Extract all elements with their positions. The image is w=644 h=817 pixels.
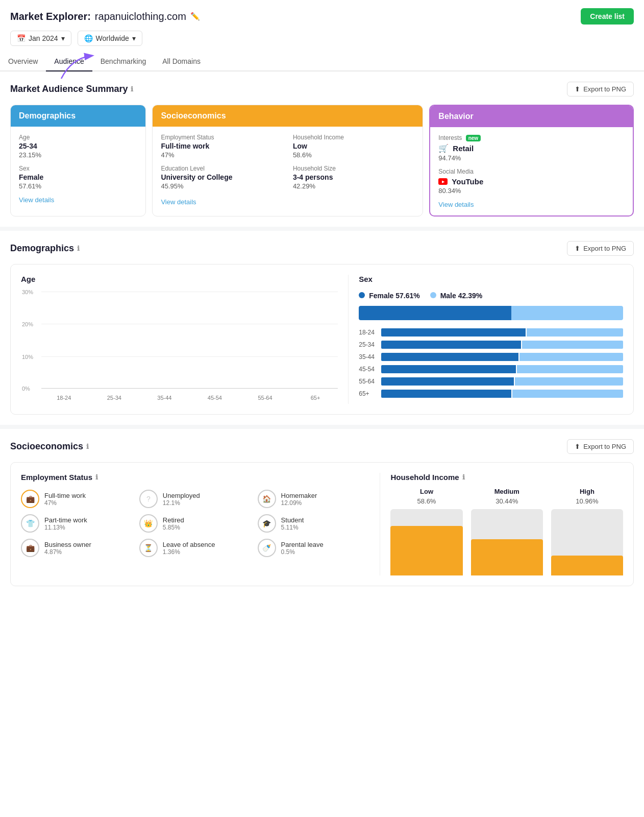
education-value: University or College (161, 173, 282, 181)
tab-overview[interactable]: Overview (0, 52, 46, 71)
socioeconomics-section: Socioeconomics ℹ ⬆ Export to PNG Employm… (0, 429, 644, 596)
sex-label: Sex (19, 165, 137, 172)
female-label: Female (369, 292, 393, 300)
social-pct: 80.34% (438, 187, 625, 195)
male-segment (511, 306, 623, 320)
female-bar-25-34 (381, 341, 521, 349)
employment-value: Full-time work (161, 142, 282, 150)
summary-export-button[interactable]: ⬆ Export to PNG (567, 82, 634, 97)
age-row-18-24: 18-24 (359, 328, 623, 337)
business-owner-icon: 💼 (21, 539, 39, 557)
interests-pct: 94.74% (438, 154, 625, 162)
employment-info-icon[interactable]: ℹ (95, 473, 98, 481)
age-pct: 23.15% (19, 151, 137, 159)
male-bar-55-64 (515, 377, 623, 386)
household-income-value: Low (293, 142, 414, 150)
employment-item-parttime: 👕 Part-time work 11.13% (21, 514, 133, 533)
x-label-65plus: 65+ (293, 395, 338, 401)
demographics-section: Demographics ℹ ⬆ Export to PNG Age 30% (0, 231, 644, 425)
household-income-section: Household Income ℹ Low 58.6% (380, 473, 623, 575)
date-filter[interactable]: 📅 Jan 2024 ▾ (10, 31, 71, 46)
x-label-45-54: 45-54 (192, 395, 238, 401)
income-high-label: High (580, 488, 595, 495)
social-value: YouTube (452, 177, 483, 186)
male-bar-18-24 (527, 328, 623, 337)
date-filter-label: Jan 2024 (29, 34, 58, 42)
employment-item-leave: ⏳ Leave of absence 1.36% (139, 539, 252, 557)
new-badge: new (466, 135, 481, 141)
tab-audience[interactable]: Audience (46, 52, 92, 71)
income-medium-bar (471, 509, 543, 575)
demographics-info-icon[interactable]: ℹ (77, 245, 80, 252)
female-bar-55-64 (381, 377, 513, 386)
export-icon-2: ⬆ (575, 245, 580, 252)
household-income-pct: 58.6% (293, 151, 414, 159)
employment-pct: 47% (161, 151, 282, 159)
title-prefix: Market Explorer: (10, 11, 91, 22)
summary-info-icon[interactable]: ℹ (131, 85, 133, 93)
socioeconomics-info-icon[interactable]: ℹ (86, 443, 89, 450)
female-legend-dot (359, 292, 365, 298)
student-icon: 🎓 (258, 514, 276, 533)
income-medium: Medium 30.44% (471, 488, 543, 575)
export-icon: ⬆ (575, 85, 580, 93)
demographics-export-button[interactable]: ⬆ Export to PNG (567, 241, 634, 256)
male-legend-dot (430, 292, 436, 298)
income-low-bar (390, 509, 462, 575)
fulltime-icon: 💼 (21, 490, 39, 508)
income-medium-label: Medium (494, 488, 519, 495)
age-row-25-34: 25-34 (359, 341, 623, 349)
employment-item-business-owner: 💼 Business owner 4.87% (21, 539, 133, 557)
income-info-icon[interactable]: ℹ (462, 473, 465, 481)
market-audience-summary: Market Audience Summary ℹ ⬆ Export to PN… (0, 71, 644, 227)
region-filter[interactable]: 🌐 Worldwide ▾ (78, 31, 142, 46)
tab-benchmarking[interactable]: Benchmarking (92, 52, 155, 71)
employment-item-student: 🎓 Student 5.11% (258, 514, 370, 533)
employment-item-unemployed: ? Unemployed 12.1% (139, 490, 252, 508)
age-row-55-64: 55-64 (359, 377, 623, 386)
income-high-bar (551, 509, 623, 575)
female-segment (359, 306, 511, 320)
income-low: Low 58.6% (390, 488, 462, 575)
x-label-25-34: 25-34 (92, 395, 137, 401)
demographics-section-title: Demographics (10, 243, 74, 254)
domain-name: rapanuiclothing.com (95, 11, 186, 22)
sex-chart: Sex Female 57.61% Male 42.39% (348, 275, 623, 404)
age-value: 25-34 (19, 142, 137, 150)
income-high: High 10.96% (551, 488, 623, 575)
behavior-view-details[interactable]: View details (438, 201, 625, 208)
employment-status-section: Employment Status ℹ 💼 Full-time work 47% (21, 473, 369, 575)
age-sex-breakdown: 18-24 25-34 (359, 328, 623, 398)
main-sex-bar (359, 306, 623, 320)
tab-all-domains[interactable]: All Domains (154, 52, 209, 71)
age-label: Age (19, 134, 137, 141)
chevron-down-icon: ▾ (61, 34, 65, 42)
socioeconomics-card-header: Socioeconomics (153, 105, 423, 127)
male-bar-65plus (512, 390, 623, 398)
income-high-pct: 10.96% (576, 497, 598, 505)
behavior-card: Behavior Interests new 🛒 Retail 94.74% S… (429, 105, 634, 217)
employment-item-retired: 👑 Retired 5.85% (139, 514, 252, 533)
socioeconomics-export-button[interactable]: ⬆ Export to PNG (567, 439, 634, 454)
demographics-view-details[interactable]: View details (19, 196, 137, 204)
male-bar-45-54 (517, 365, 623, 373)
retail-icon: 🛒 (438, 143, 449, 153)
household-size-label: Household Size (293, 165, 414, 172)
household-size-pct: 42.29% (293, 182, 414, 190)
edit-icon[interactable]: ✏️ (190, 12, 200, 21)
page-title: Market Explorer: rapanuiclothing.com ✏️ (10, 11, 200, 22)
male-label: Male (440, 292, 456, 300)
income-medium-pct: 30.44% (496, 497, 518, 505)
social-label: Social Media (438, 168, 625, 175)
employment-item-fulltime: 💼 Full-time work 47% (21, 490, 133, 508)
create-list-button[interactable]: Create list (581, 8, 634, 25)
x-label-55-64: 55-64 (242, 395, 288, 401)
behavior-card-header: Behavior (430, 106, 633, 127)
socioeconomics-view-details[interactable]: View details (161, 198, 414, 206)
male-pct: 42.39% (458, 292, 482, 300)
socioeconomics-card: Socioeconomics Employment Status Full-ti… (152, 105, 423, 217)
x-label-18-24: 18-24 (41, 395, 87, 401)
region-filter-label: Worldwide (96, 34, 129, 42)
employment-item-homemaker: 🏠 Homemaker 12.09% (258, 490, 370, 508)
household-size-value: 3-4 persons (293, 173, 414, 181)
